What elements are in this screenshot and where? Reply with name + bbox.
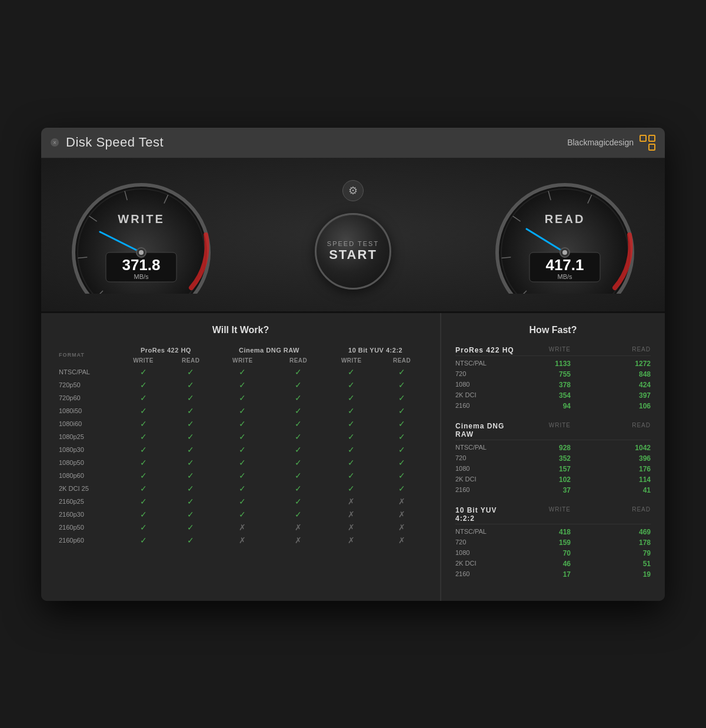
check-cell: ✓ xyxy=(378,456,426,469)
check-cell: ✓ xyxy=(214,482,272,495)
hf-row: 720 159 178 xyxy=(455,537,651,548)
hf-row: NTSC/PAL 418 469 xyxy=(455,527,651,537)
check-cell: ✓ xyxy=(168,482,214,495)
check-cell: ✓ xyxy=(118,469,168,482)
hf-row-label: 1080 xyxy=(455,465,514,473)
hf-row: 2160 17 19 xyxy=(455,569,651,580)
check-cell: ✓ xyxy=(214,443,272,456)
check-cell: ✓ xyxy=(118,456,168,469)
hf-read-val: 396 xyxy=(582,454,651,463)
hf-row-label: 1080 xyxy=(455,549,514,557)
check-cell: ✓ xyxy=(118,404,168,417)
table-row: 1080p25 ✓ ✓ ✓ ✓ ✓ ✓ xyxy=(55,430,426,443)
check-cell: ✓ xyxy=(214,469,272,482)
brand-square-4 xyxy=(648,144,655,151)
check-cell: ✓ xyxy=(378,365,426,378)
check-cell: ✓ xyxy=(272,469,325,482)
hf-row: 2160 94 106 xyxy=(455,401,651,411)
hf-row: 720 755 848 xyxy=(455,369,651,380)
hf-row-label: 2K DCI xyxy=(455,560,514,568)
check-cell: ✓ xyxy=(168,521,214,534)
check-cell: ✓ xyxy=(118,365,168,378)
check-cell: ✓ xyxy=(325,469,378,482)
hf-write-val: 755 xyxy=(514,370,582,378)
prores-hf-section: ProRes 422 HQ WRITE READ NTSC/PAL 1133 1… xyxy=(455,345,651,411)
check-cell: ✓ xyxy=(214,391,272,404)
hf-row: 1080 70 79 xyxy=(455,548,651,559)
check-cell: ✓ xyxy=(214,495,272,508)
table-row: 1080p50 ✓ ✓ ✓ ✓ ✓ ✓ xyxy=(55,456,426,469)
close-button[interactable]: × xyxy=(51,138,59,147)
hf-row-label: NTSC/PAL xyxy=(455,528,514,536)
hf-write-val: 70 xyxy=(514,549,582,557)
hf-write-val: 102 xyxy=(514,476,582,484)
hf-row-label: 720 xyxy=(455,454,514,463)
how-fast-title: How Fast? xyxy=(455,325,651,335)
check-cell: ✓ xyxy=(378,443,426,456)
row-label: 1080p30 xyxy=(55,443,118,456)
prores-hf-title: ProRes 422 HQ xyxy=(455,346,514,354)
hf-read-val: 178 xyxy=(582,538,651,547)
hf-read-val: 1042 xyxy=(582,444,651,452)
read-gauge-container: READ 417.1 MB/s xyxy=(488,176,641,294)
table-row: 2K DCI 25 ✓ ✓ ✓ ✓ ✓ ✓ xyxy=(55,482,426,495)
prores-col-header: ProRes 422 HQ xyxy=(118,345,214,355)
check-cell: ✓ xyxy=(118,495,168,508)
check-cell: ✓ xyxy=(378,404,426,417)
app-title: Disk Speed Test xyxy=(66,135,164,150)
hf-write-val: 159 xyxy=(514,538,582,547)
hf-row-label: 720 xyxy=(455,370,514,378)
hf-write-val: 418 xyxy=(514,528,582,536)
check-cell: ✓ xyxy=(118,378,168,391)
check-cell: ✓ xyxy=(118,482,168,495)
check-cell: ✓ xyxy=(214,404,272,417)
hf-write-val: 1133 xyxy=(514,360,582,368)
check-cell: ✓ xyxy=(118,521,168,534)
check-cell: ✓ xyxy=(168,417,214,430)
hf-row-label: 720 xyxy=(455,538,514,547)
hf-read-val: 51 xyxy=(582,560,651,568)
table-row: 1080p30 ✓ ✓ ✓ ✓ ✓ ✓ xyxy=(55,443,426,456)
row-label: 1080i50 xyxy=(55,404,118,417)
read-gauge: READ 417.1 MB/s xyxy=(488,176,641,294)
start-button[interactable]: SPEED TEST START xyxy=(315,213,391,290)
format-col-header: FORMAT xyxy=(55,345,118,365)
check-cell: ✓ xyxy=(168,534,214,547)
brand-square-3 xyxy=(640,144,647,151)
check-cell: ✓ xyxy=(118,443,168,456)
table-row: 1080i50 ✓ ✓ ✓ ✓ ✓ ✓ xyxy=(55,404,426,417)
svg-point-13 xyxy=(139,250,144,255)
check-cell: ✓ xyxy=(378,482,426,495)
check-cell: ✓ xyxy=(272,378,325,391)
will-it-work-section: Will It Work? FORMAT ProRes 422 HQ Cinem… xyxy=(41,313,441,601)
check-cell: ✓ xyxy=(168,443,214,456)
check-cell: ✗ xyxy=(325,521,378,534)
hf-write-val: 46 xyxy=(514,560,582,568)
prores-write-header: WRITE xyxy=(118,355,168,365)
svg-point-27 xyxy=(562,250,567,255)
check-cell: ✓ xyxy=(214,508,272,521)
row-label: 2160p25 xyxy=(55,495,118,508)
table-row: 2160p30 ✓ ✓ ✓ ✓ ✗ ✗ xyxy=(55,508,426,521)
hf-read-val: 848 xyxy=(582,370,651,378)
check-cell: ✗ xyxy=(378,521,426,534)
brand-icon xyxy=(640,135,655,151)
hf-row-label: 2K DCI xyxy=(455,391,514,400)
check-cell: ✓ xyxy=(168,456,214,469)
prores-read-hdr: READ xyxy=(582,346,651,354)
check-cell: ✓ xyxy=(168,430,214,443)
table-row: 1080p60 ✓ ✓ ✓ ✓ ✓ ✓ xyxy=(55,469,426,482)
hf-row: 1080 157 176 xyxy=(455,464,651,474)
check-cell: ✗ xyxy=(378,495,426,508)
settings-button[interactable]: ⚙ xyxy=(342,180,364,201)
write-gauge: WRITE 371.8 MB/s xyxy=(65,176,218,294)
check-cell: ✓ xyxy=(272,508,325,521)
hf-row: NTSC/PAL 928 1042 xyxy=(455,443,651,453)
check-cell: ✓ xyxy=(118,391,168,404)
hf-row: 720 352 396 xyxy=(455,453,651,464)
table-row: 2160p60 ✓ ✓ ✗ ✗ ✗ ✗ xyxy=(55,534,426,547)
check-cell: ✗ xyxy=(325,508,378,521)
row-label: 2160p30 xyxy=(55,508,118,521)
check-cell: ✓ xyxy=(325,365,378,378)
title-bar: × Disk Speed Test Blackmagicdesign xyxy=(41,128,665,158)
